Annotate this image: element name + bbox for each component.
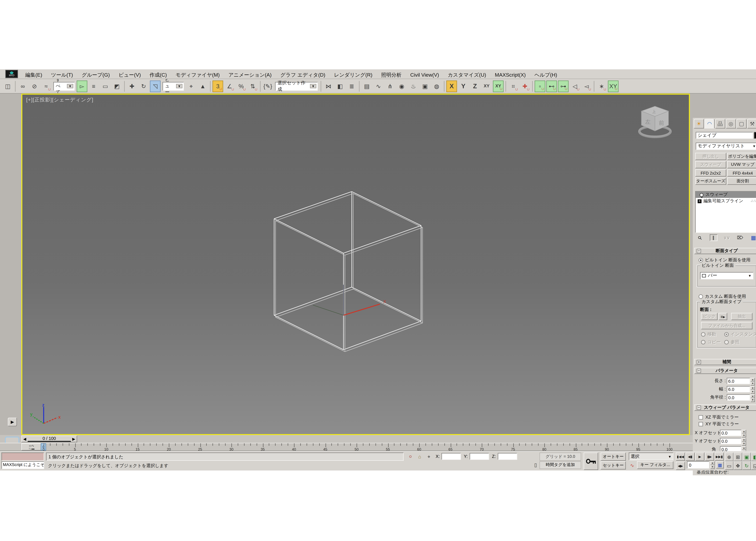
menu-rendering[interactable]: レンダリング(R) — [330, 71, 377, 78]
arc-rotate-icon[interactable]: ↻ — [742, 461, 751, 470]
toggle-ribbon-icon[interactable]: ◫ — [2, 80, 13, 92]
percent-snap-icon[interactable]: %∩ — [236, 80, 247, 92]
maxscript-mini-listener-white[interactable]: MAXScript にようこそ — [2, 461, 44, 469]
key-set-dropdown[interactable]: 選択 ▼ — [629, 453, 673, 460]
menu-views[interactable]: ビュー(V) — [114, 71, 145, 78]
select-and-manipulate-icon[interactable]: ▲ — [198, 80, 208, 92]
snap-pivot-icon[interactable]: ✚∩ — [519, 80, 530, 92]
expand-plus-icon[interactable]: + — [698, 199, 702, 203]
wireframe-box-object[interactable]: X — [22, 95, 689, 434]
modbtn-edit-poly[interactable]: ポリゴンを編集 — [727, 153, 756, 160]
select-by-name-icon[interactable]: ≡ — [88, 80, 99, 92]
merge-from-file-button[interactable]: ファイルから合成... — [701, 322, 752, 329]
modbtn-ffd2[interactable]: FFD 2x2x2 — [695, 169, 726, 177]
modifier-list-dropdown[interactable]: モディファイヤリスト ▼ — [696, 143, 756, 150]
y-offset-field[interactable]: 0.0 — [720, 438, 741, 444]
align-icon[interactable]: ◧ — [335, 80, 346, 92]
prev-frame-button[interactable]: ◀▮ — [686, 453, 695, 461]
tab-motion[interactable]: ◎ — [726, 119, 736, 129]
open-mini-listener-button[interactable]: ▶ — [8, 418, 17, 426]
corner-radius-field[interactable]: 0.0 — [727, 394, 750, 401]
object-name-field[interactable] — [696, 132, 753, 139]
layer-manager-icon[interactable]: ≣ — [347, 80, 357, 92]
zoom-extents-icon[interactable]: ▣ — [742, 453, 751, 461]
viewcube[interactable]: 上 左 前 — [636, 103, 675, 141]
extract-button[interactable]: 抽出 — [731, 313, 752, 320]
select-object-icon[interactable]: ▻ — [77, 80, 87, 92]
schematic-view-icon[interactable]: ⋔ — [384, 80, 395, 92]
menu-customize[interactable]: カスタマイズ(U) — [443, 71, 490, 78]
tab-modify[interactable]: ◠ — [704, 119, 715, 129]
menu-maxscript[interactable]: MAXScript(X) — [490, 71, 530, 78]
axis-constraint-xy-toggle[interactable]: XY — [481, 80, 492, 92]
play-button[interactable]: ▶ — [695, 453, 704, 461]
absolute-offset-gizmo-icon[interactable]: ⌖ — [425, 453, 433, 460]
stack-item-editable-spline[interactable]: + 編集可能スプライン ∴∵ — [696, 198, 756, 204]
menu-group[interactable]: グループ(G) — [77, 71, 114, 78]
rollout-sweep-params-header[interactable]: − スウィープ パラメータ — [694, 404, 756, 411]
next-frame-button[interactable]: ▮▶ — [705, 453, 714, 461]
tab-display[interactable]: ▢ — [736, 119, 747, 129]
material-editor-icon[interactable]: ◉ — [396, 80, 407, 92]
rollout-interpolation-header[interactable]: + 補間 — [694, 359, 756, 365]
angle-snap-icon[interactable]: ∠∩ — [224, 80, 235, 92]
maximize-viewport-icon[interactable]: ◱ — [751, 461, 756, 470]
pan-icon[interactable]: ✥ — [733, 461, 742, 470]
snap-vertex-icon[interactable]: ▫∩ — [535, 80, 545, 92]
tab-utilities[interactable]: ⚒ — [747, 119, 756, 129]
snap-midpoint-icon[interactable]: ⊶∩ — [558, 80, 569, 92]
auto-key-button[interactable]: オートキー — [600, 453, 626, 461]
modbtn-ffd4[interactable]: FFD 4x4x4 — [727, 169, 756, 177]
time-slider-track[interactable]: ◀ 0 / 100 ▶ — [0, 435, 693, 443]
stack-item-sweep[interactable]: スウィープ — [696, 192, 756, 198]
key-curve-icon[interactable]: ∿ — [629, 462, 635, 469]
window-crossing-icon[interactable]: ◩ — [112, 80, 122, 92]
render-production-icon[interactable]: ◍ — [431, 80, 442, 92]
region-zoom-icon[interactable]: ▭ — [725, 461, 734, 470]
axis-constraint-x-toggle[interactable]: X — [446, 80, 457, 92]
x-coord-field[interactable] — [441, 453, 461, 460]
zoom-icon[interactable]: ⊕ — [725, 453, 734, 461]
rollout-parameters-header[interactable]: − パラメータ — [694, 368, 756, 374]
menu-graph-editors[interactable]: グラフ エディタ(D) — [276, 71, 330, 78]
y-coord-field[interactable] — [470, 453, 489, 460]
next-frame-arrow-icon[interactable]: ▶ — [71, 436, 77, 442]
add-time-tag-button[interactable]: 時間タグを追加 — [539, 461, 581, 469]
use-pivot-center-icon[interactable]: ⌖ — [186, 80, 197, 92]
mirror-xz-checkbox[interactable]: XZ 平面でミラー — [699, 414, 739, 420]
toggle-layer-explorer-icon[interactable]: ▤ — [362, 80, 372, 92]
axis-constraint-z-toggle[interactable]: Z — [470, 80, 480, 92]
x-offset-field[interactable]: 0.0 — [720, 430, 741, 436]
menu-modifiers[interactable]: モディファイヤ(M) — [171, 71, 224, 78]
zoom-all-icon[interactable]: ⊞ — [733, 453, 742, 461]
modbtn-extrude[interactable]: 押し出し — [695, 153, 726, 160]
bind-to-spacewarp-icon[interactable]: ≈∩ — [41, 80, 52, 92]
frame-spinner[interactable]: ▲▼ — [710, 461, 715, 467]
width-field[interactable]: 6.0 — [727, 386, 750, 392]
lock-stack-icon[interactable]: ∥ — [710, 234, 717, 241]
unlink-selection-icon[interactable]: ⊘ — [29, 80, 40, 92]
x-offset-spinner[interactable]: ▲▼ — [742, 430, 746, 436]
menu-animation[interactable]: アニメーション(A) — [224, 71, 276, 78]
spinner-snap-icon[interactable]: ⇅∩ — [247, 80, 258, 92]
object-color-swatch[interactable] — [754, 132, 756, 139]
menu-tools[interactable]: ツール(T) — [47, 71, 77, 78]
rendered-frame-window-icon[interactable]: ▣ — [419, 80, 430, 92]
select-and-scale-icon[interactable]: ◹ — [150, 80, 161, 92]
pick-section-button[interactable]: ピック — [701, 313, 717, 320]
menu-civil-view[interactable]: Civil View(V) — [406, 71, 443, 78]
open-mini-curve-editor-button[interactable]: ▭∿ ↑↓▬ — [21, 443, 42, 451]
snap-toggle-3d-icon[interactable]: 3∩ — [213, 80, 223, 92]
modifier-enable-bulb-icon[interactable] — [700, 193, 704, 197]
application-logo[interactable]: MXD — [5, 70, 18, 78]
remove-modifier-icon[interactable]: ⌦ — [736, 234, 744, 241]
active-viewport[interactable]: [+][正投影][シェーディング] X — [21, 94, 690, 435]
zoom-extents-all-icon[interactable]: ◧ — [751, 453, 756, 461]
select-and-rotate-icon[interactable]: ↻ — [138, 80, 149, 92]
menu-create[interactable]: 作成(C) — [145, 71, 171, 78]
track-bar[interactable]: ▭∿ ↑↓▬ 0 0510152025303540455055606570758… — [0, 443, 693, 451]
set-key-button[interactable]: セットキー — [600, 461, 626, 469]
key-filters-button[interactable]: キー フィルタ... — [637, 461, 673, 469]
current-frame-field[interactable] — [687, 461, 709, 468]
menu-lighting-analysis[interactable]: 照明分析 — [377, 71, 406, 78]
